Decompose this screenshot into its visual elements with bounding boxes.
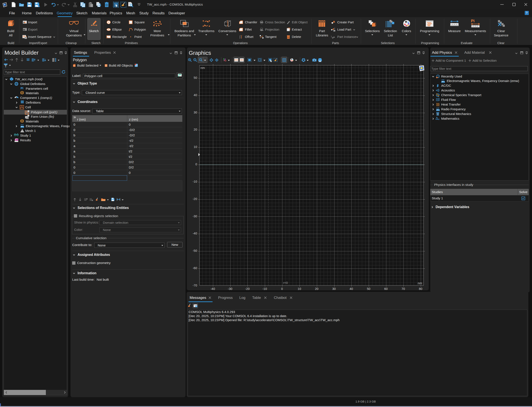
svg-text:Pi: Pi	[471, 19, 475, 23]
svg-text:u: u	[438, 118, 439, 120]
svg-text:Pi: Pi	[21, 86, 23, 90]
